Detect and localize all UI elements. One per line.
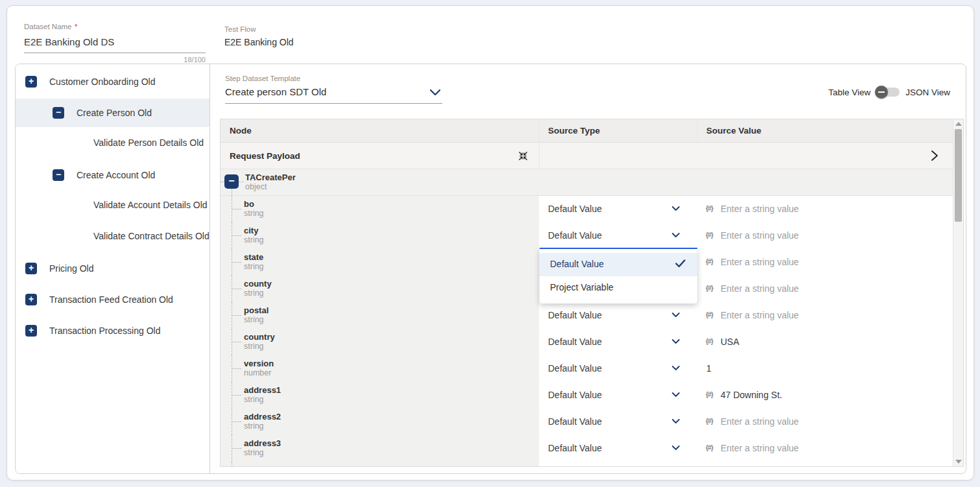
node-name: address3 <box>244 438 281 448</box>
source-type-select[interactable]: Default Value <box>540 435 697 462</box>
toggle-knob-icon[interactable] <box>875 86 888 99</box>
sidebar-item-create-account-old[interactable]: − Create Account Old <box>16 161 209 189</box>
source-value-input[interactable]: {#}Enter a string value <box>698 276 954 302</box>
content-panel: + Customer Onboarding Old − Create Perso… <box>15 64 966 474</box>
source-value-input[interactable]: {#}Enter a string value <box>698 222 954 249</box>
variable-icon[interactable]: {#} <box>706 204 713 212</box>
sidebar-item-validate-person-details-old[interactable]: Validate Person Details Old <box>16 128 209 157</box>
dataset-name-label: Dataset Name <box>24 23 72 30</box>
variable-icon[interactable]: {#} <box>706 231 713 239</box>
plus-icon[interactable]: + <box>25 294 37 305</box>
tree-item-label: Validate Account Details Old <box>93 200 208 210</box>
tree-item-label: Customer Onboarding Old <box>49 77 155 87</box>
table-row-address1: address1string Default Value {#}47 Downi… <box>221 382 954 409</box>
source-value-input[interactable] <box>698 462 954 467</box>
chevron-right-icon[interactable] <box>930 150 939 161</box>
scroll-down-icon[interactable] <box>955 460 962 464</box>
source-type-select[interactable]: Default Value <box>540 196 697 222</box>
source-type-select[interactable]: Default Value <box>540 462 697 467</box>
scrollbar-thumb[interactable] <box>955 129 962 222</box>
source-value-input[interactable]: {#}Enter a string value <box>698 435 954 462</box>
step-dataset-template-label: Step Dataset Template <box>225 75 442 82</box>
node-name: address2 <box>244 412 281 422</box>
node-name: county <box>244 279 272 289</box>
test-flow-label: Test Flow <box>224 25 294 33</box>
dataset-name-field: Dataset Name * E2E Banking Old DS 18/100 <box>24 20 206 64</box>
node-name: TACreatePer <box>245 172 296 182</box>
source-value-input[interactable]: {#}Enter a string value <box>698 409 954 435</box>
required-asterisk: * <box>75 23 77 30</box>
source-value-input[interactable]: {#}Enter a string value <box>698 302 954 329</box>
flow-tree: + Customer Onboarding Old − Create Perso… <box>16 64 210 473</box>
node-type: object <box>245 182 267 191</box>
chevron-down-icon <box>671 392 680 398</box>
source-type-select[interactable]: Default Value <box>540 355 697 382</box>
plus-icon[interactable]: + <box>25 76 37 88</box>
sidebar-item-validate-contract-details-old[interactable]: Validate Contract Details Old <box>16 222 209 250</box>
source-value-input[interactable]: {#}Enter a string value <box>698 249 954 276</box>
node-name: postal <box>244 305 269 315</box>
dataset-table: Node Source Type Source Value Request Pa… <box>220 119 964 467</box>
table-row-address2: address2string Default Value {#}Enter a … <box>221 409 954 435</box>
variable-icon[interactable]: {#} <box>706 284 713 292</box>
chevron-down-icon <box>671 365 680 371</box>
source-type-select[interactable]: Default Value <box>540 329 697 355</box>
menu-item-project-variable[interactable]: Project Variable <box>540 276 697 300</box>
table-header: Node Source Type Source Value <box>221 119 954 143</box>
source-type-select[interactable]: Default Value <box>540 409 697 435</box>
tree-item-label: Create Person Old <box>77 108 152 118</box>
chevron-down-icon <box>671 339 680 344</box>
source-value-input[interactable]: {#}47 Downing St. <box>698 382 954 409</box>
node-name: version <box>244 359 274 368</box>
scroll-up-icon[interactable] <box>955 122 962 126</box>
step-dataset-template-value: Create person SDT Old <box>225 86 442 104</box>
sidebar-item-validate-account-details-old[interactable]: Validate Account Details Old <box>16 191 209 219</box>
variable-icon[interactable]: {#} <box>706 337 713 345</box>
sidebar-item-customer-onboarding-old[interactable]: + Customer Onboarding Old <box>16 67 209 96</box>
table-row-postal: postalstring Default Value {#}Enter a st… <box>221 302 954 329</box>
variable-icon[interactable]: {#} <box>706 390 713 398</box>
menu-item-default-value[interactable]: Default Value <box>540 253 697 276</box>
node-type: number <box>244 368 271 377</box>
tree-item-label: Validate Contract Details Old <box>93 231 209 241</box>
vertical-scrollbar[interactable] <box>953 119 963 466</box>
source-value-input[interactable]: {#}Enter a string value <box>698 196 954 222</box>
request-payload-row: Request Payload <box>221 143 954 169</box>
variable-icon[interactable]: {#} <box>706 417 713 425</box>
node-type: string <box>244 342 264 351</box>
view-toggle-switch[interactable] <box>876 88 900 97</box>
main-card: Dataset Name * E2E Banking Old DS 18/100… <box>6 5 974 481</box>
tree-item-label: Transaction Processing Old <box>49 326 160 336</box>
minus-icon[interactable]: − <box>53 169 64 181</box>
step-dataset-template-select[interactable]: Step Dataset Template Create person SDT … <box>225 75 442 104</box>
chevron-down-icon <box>671 312 680 318</box>
node-type: string <box>244 289 264 298</box>
sidebar-item-transaction-processing-old[interactable]: + Transaction Processing Old <box>16 316 209 345</box>
minus-icon[interactable]: − <box>53 107 64 119</box>
source-value-input[interactable]: 1 <box>698 355 954 382</box>
sidebar-item-transaction-feed-creation-old[interactable]: + Transaction Feed Creation Old <box>16 285 209 314</box>
table-row-address3: address3string Default Value {#}Enter a … <box>221 435 954 462</box>
source-type-select[interactable]: Default Value <box>540 382 697 409</box>
source-type-dropdown-menu: Default Value Project Variable <box>540 249 697 303</box>
column-header-node: Node <box>230 126 252 136</box>
chevron-down-icon <box>429 89 441 96</box>
source-value-input[interactable]: {#}USA <box>698 329 954 355</box>
source-type-select-open[interactable]: Default Value <box>540 222 697 249</box>
sidebar-item-create-person-old[interactable]: − Create Person Old <box>16 99 209 127</box>
test-flow-value: E2E Banking Old <box>224 37 294 47</box>
minus-icon[interactable]: − <box>224 174 239 189</box>
dataset-name-input[interactable]: E2E Banking Old DS <box>24 36 206 53</box>
chevron-down-icon <box>671 232 680 238</box>
sidebar-item-pricing-old[interactable]: + Pricing Old <box>16 254 209 283</box>
variable-icon[interactable]: {#} <box>706 444 713 451</box>
chevron-down-icon <box>671 445 680 451</box>
tree-item-label: Pricing Old <box>49 263 93 274</box>
variable-icon[interactable]: {#} <box>706 311 713 318</box>
variable-icon[interactable]: {#} <box>706 257 713 265</box>
root-node-row: − TACreatePer object <box>221 169 954 196</box>
collapse-node-icon[interactable] <box>518 150 529 161</box>
source-type-select[interactable]: Default Value <box>540 302 697 329</box>
plus-icon[interactable]: + <box>25 263 37 274</box>
plus-icon[interactable]: + <box>25 325 37 337</box>
